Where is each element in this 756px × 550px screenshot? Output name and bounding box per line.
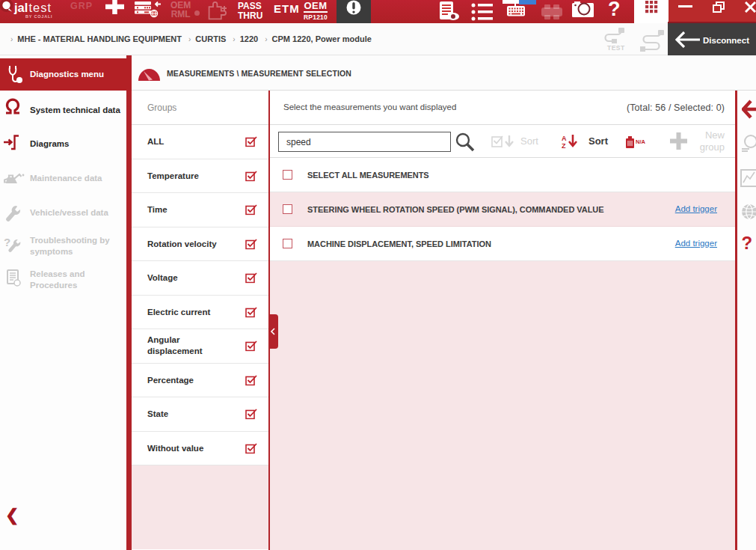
svg-text:test: test bbox=[29, 1, 52, 14]
svg-text:?: ? bbox=[4, 236, 10, 248]
svg-text:jal: jal bbox=[13, 1, 28, 14]
svg-text:TEST: TEST bbox=[607, 44, 625, 52]
svg-text:A: A bbox=[562, 135, 567, 142]
svg-text:Z: Z bbox=[562, 142, 566, 150]
svg-text:BY COJALI: BY COJALI bbox=[25, 14, 52, 19]
